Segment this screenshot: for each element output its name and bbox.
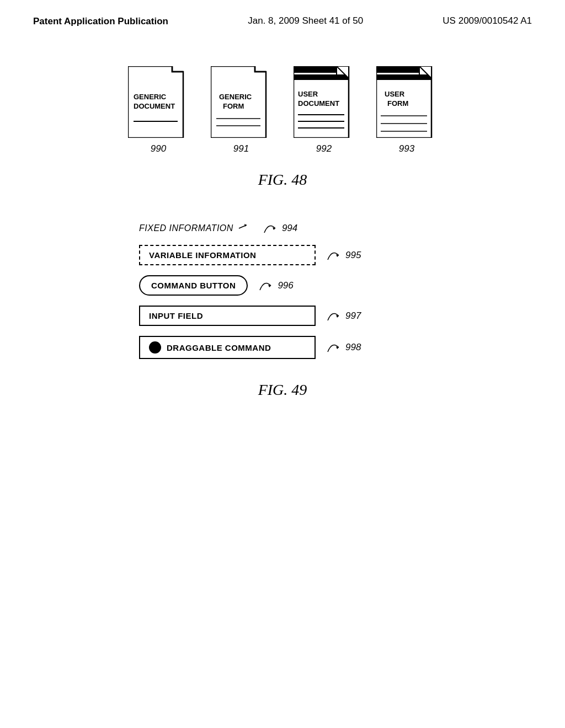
- patent-number: US 2009/0010542 A1: [443, 15, 532, 26]
- doc-item-990: GENERIC DOCUMENT 990: [128, 66, 189, 154]
- date-sheet-label: Jan. 8, 2009 Sheet 41 of 50: [248, 15, 363, 26]
- document-row: GENERIC DOCUMENT 990 GENERIC FORM: [128, 66, 437, 154]
- svg-text:GENERIC: GENERIC: [219, 93, 252, 101]
- generic-document-icon: GENERIC DOCUMENT: [128, 66, 189, 138]
- user-form-icon: USER FORM: [376, 66, 437, 138]
- user-document-icon: USER DOCUMENT: [294, 66, 354, 138]
- svg-text:FORM: FORM: [223, 102, 244, 110]
- legend-row-input: INPUT FIELD 997: [139, 306, 426, 326]
- fig48-caption: FIG. 48: [258, 171, 307, 189]
- svg-text:GENERIC: GENERIC: [134, 93, 167, 101]
- doc-item-993: USER FORM 993: [376, 66, 437, 154]
- doc-number-990: 990: [151, 143, 166, 154]
- variable-info-box: VARIABLE INFORMATION: [139, 245, 316, 265]
- input-field-shape: INPUT FIELD: [139, 306, 316, 326]
- fig49-caption: FIG. 49: [258, 381, 307, 399]
- draggable-command-shape: DRAGGABLE COMMAND: [139, 336, 316, 359]
- doc-number-992: 992: [316, 143, 332, 154]
- legend-row-fixed: FIXED INFORMATION 994: [139, 222, 426, 235]
- svg-text:USER: USER: [298, 90, 318, 98]
- curved-arrow-icon-998: [327, 341, 343, 354]
- ref-994: 994: [263, 222, 297, 235]
- curved-arrow-icon-996: [259, 279, 275, 292]
- draggable-circle-icon: [149, 341, 161, 354]
- legend-row-command: COMMAND BUTTON 996: [139, 275, 426, 296]
- fixed-info-label: FIXED INFORMATION: [139, 223, 233, 233]
- ref-997: 997: [327, 309, 361, 323]
- svg-rect-13: [294, 74, 349, 80]
- doc-number-993: 993: [399, 143, 414, 154]
- publication-label: Patent Application Publication: [33, 15, 168, 28]
- ref-996: 996: [259, 279, 293, 292]
- fixed-info-arrow-icon: [237, 223, 252, 234]
- legend-row-variable: VARIABLE INFORMATION 995: [139, 245, 426, 265]
- doc-number-991: 991: [233, 143, 249, 154]
- ref-998: 998: [327, 341, 361, 354]
- svg-text:FORM: FORM: [387, 99, 408, 108]
- page-header: Patent Application Publication Jan. 8, 2…: [0, 0, 565, 28]
- fig49-section: FIXED INFORMATION 994 VARI: [33, 222, 532, 399]
- svg-text:DOCUMENT: DOCUMENT: [298, 99, 339, 108]
- curved-arrow-icon-995: [327, 249, 343, 262]
- svg-rect-21: [376, 66, 419, 73]
- command-button-shape: COMMAND BUTTON: [139, 275, 248, 296]
- legend-container: FIXED INFORMATION 994 VARI: [139, 222, 426, 359]
- svg-rect-22: [376, 74, 431, 80]
- curved-arrow-icon-997: [327, 309, 343, 323]
- legend-row-draggable: DRAGGABLE COMMAND 998: [139, 336, 426, 359]
- generic-form-icon: GENERIC FORM: [211, 66, 271, 138]
- ref-995: 995: [327, 249, 361, 262]
- doc-item-991: GENERIC FORM 991: [211, 66, 271, 154]
- doc-item-992: USER DOCUMENT 992: [294, 66, 354, 154]
- svg-text:DOCUMENT: DOCUMENT: [134, 102, 175, 110]
- svg-rect-12: [294, 66, 337, 73]
- fig48-section: GENERIC DOCUMENT 990 GENERIC FORM: [33, 66, 532, 189]
- svg-text:USER: USER: [385, 90, 405, 98]
- curved-arrow-icon-994: [263, 222, 280, 235]
